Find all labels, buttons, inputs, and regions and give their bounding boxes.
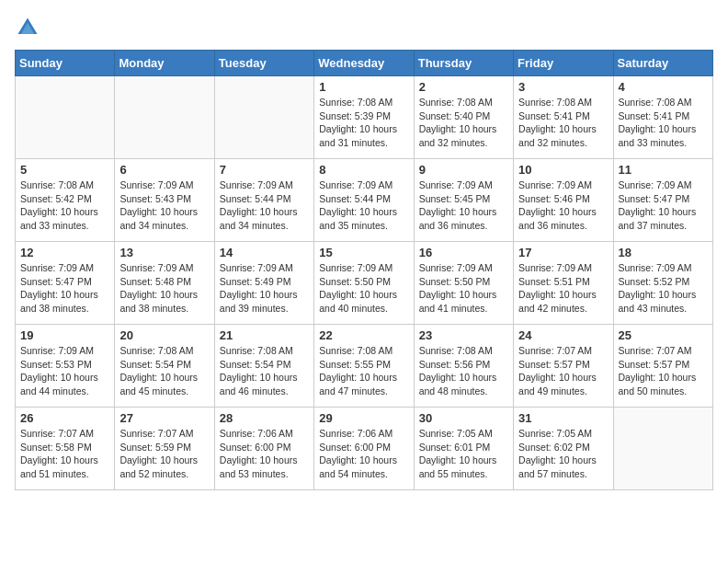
day-number: 26 bbox=[20, 411, 109, 425]
day-info: Sunrise: 7:09 AMSunset: 5:50 PMDaylight:… bbox=[319, 261, 408, 316]
calendar-cell: 13Sunrise: 7:09 AMSunset: 5:48 PMDayligh… bbox=[115, 242, 214, 325]
calendar-cell: 16Sunrise: 7:09 AMSunset: 5:50 PMDayligh… bbox=[414, 242, 513, 325]
calendar-cell: 8Sunrise: 7:09 AMSunset: 5:44 PMDaylight… bbox=[314, 159, 414, 242]
calendar-header-sunday: Sunday bbox=[16, 51, 115, 76]
calendar-cell: 14Sunrise: 7:09 AMSunset: 5:49 PMDayligh… bbox=[214, 242, 313, 325]
day-info: Sunrise: 7:09 AMSunset: 5:45 PMDaylight:… bbox=[419, 178, 508, 233]
calendar-header-row: SundayMondayTuesdayWednesdayThursdayFrid… bbox=[16, 51, 713, 76]
day-number: 30 bbox=[419, 411, 508, 425]
day-info: Sunrise: 7:09 AMSunset: 5:50 PMDaylight:… bbox=[419, 261, 508, 316]
day-info: Sunrise: 7:09 AMSunset: 5:46 PMDaylight:… bbox=[518, 178, 608, 233]
day-number: 15 bbox=[319, 246, 408, 259]
day-number: 6 bbox=[119, 163, 209, 177]
calendar-cell bbox=[613, 408, 712, 490]
day-info: Sunrise: 7:09 AMSunset: 5:43 PMDaylight:… bbox=[119, 178, 209, 233]
calendar-cell bbox=[16, 76, 115, 159]
calendar-cell: 21Sunrise: 7:08 AMSunset: 5:54 PMDayligh… bbox=[214, 325, 313, 408]
day-number: 5 bbox=[20, 163, 109, 177]
calendar-cell bbox=[214, 76, 313, 159]
day-info: Sunrise: 7:09 AMSunset: 5:47 PMDaylight:… bbox=[20, 261, 109, 316]
day-info: Sunrise: 7:07 AMSunset: 5:57 PMDaylight:… bbox=[518, 344, 608, 398]
day-number: 1 bbox=[319, 80, 408, 94]
day-number: 27 bbox=[119, 411, 209, 425]
day-info: Sunrise: 7:08 AMSunset: 5:56 PMDaylight:… bbox=[419, 344, 508, 398]
calendar-cell bbox=[115, 76, 214, 159]
day-info: Sunrise: 7:06 AMSunset: 6:00 PMDaylight:… bbox=[319, 427, 408, 481]
calendar-header-saturday: Saturday bbox=[613, 51, 712, 76]
day-info: Sunrise: 7:05 AMSunset: 6:02 PMDaylight:… bbox=[518, 427, 608, 481]
calendar-cell: 27Sunrise: 7:07 AMSunset: 5:59 PMDayligh… bbox=[115, 408, 214, 490]
calendar-cell: 20Sunrise: 7:08 AMSunset: 5:54 PMDayligh… bbox=[115, 325, 214, 408]
calendar-cell: 25Sunrise: 7:07 AMSunset: 5:57 PMDayligh… bbox=[613, 325, 712, 408]
calendar-cell: 26Sunrise: 7:07 AMSunset: 5:58 PMDayligh… bbox=[16, 408, 115, 490]
day-number: 12 bbox=[20, 246, 109, 259]
day-info: Sunrise: 7:07 AMSunset: 5:57 PMDaylight:… bbox=[619, 344, 708, 398]
calendar-cell: 2Sunrise: 7:08 AMSunset: 5:40 PMDaylight… bbox=[414, 76, 513, 159]
calendar-cell: 9Sunrise: 7:09 AMSunset: 5:45 PMDaylight… bbox=[414, 159, 513, 242]
day-number: 3 bbox=[518, 80, 608, 94]
day-number: 31 bbox=[518, 411, 608, 425]
day-info: Sunrise: 7:09 AMSunset: 5:51 PMDaylight:… bbox=[518, 261, 608, 316]
calendar-cell: 1Sunrise: 7:08 AMSunset: 5:39 PMDaylight… bbox=[314, 76, 414, 159]
day-info: Sunrise: 7:09 AMSunset: 5:44 PMDaylight:… bbox=[220, 178, 309, 233]
calendar-cell: 11Sunrise: 7:09 AMSunset: 5:47 PMDayligh… bbox=[613, 159, 712, 242]
calendar-cell: 31Sunrise: 7:05 AMSunset: 6:02 PMDayligh… bbox=[514, 408, 613, 490]
day-number: 7 bbox=[220, 163, 309, 177]
day-number: 28 bbox=[220, 411, 309, 425]
day-number: 21 bbox=[220, 328, 309, 342]
day-number: 10 bbox=[518, 163, 608, 177]
calendar-cell: 3Sunrise: 7:08 AMSunset: 5:41 PMDaylight… bbox=[514, 76, 613, 159]
calendar-header-thursday: Thursday bbox=[414, 51, 513, 76]
calendar-week-4: 19Sunrise: 7:09 AMSunset: 5:53 PMDayligh… bbox=[16, 325, 713, 408]
day-info: Sunrise: 7:07 AMSunset: 5:58 PMDaylight:… bbox=[20, 427, 109, 481]
calendar-header-tuesday: Tuesday bbox=[214, 51, 313, 76]
day-number: 14 bbox=[220, 246, 309, 259]
day-number: 23 bbox=[419, 328, 508, 342]
day-info: Sunrise: 7:08 AMSunset: 5:42 PMDaylight:… bbox=[20, 178, 109, 233]
day-number: 2 bbox=[419, 80, 508, 94]
calendar-week-1: 1Sunrise: 7:08 AMSunset: 5:39 PMDaylight… bbox=[16, 76, 713, 159]
calendar-cell: 22Sunrise: 7:08 AMSunset: 5:55 PMDayligh… bbox=[314, 325, 414, 408]
day-info: Sunrise: 7:09 AMSunset: 5:53 PMDaylight:… bbox=[20, 344, 109, 398]
calendar-week-5: 26Sunrise: 7:07 AMSunset: 5:58 PMDayligh… bbox=[16, 408, 713, 490]
day-info: Sunrise: 7:08 AMSunset: 5:39 PMDaylight:… bbox=[319, 96, 408, 150]
day-info: Sunrise: 7:08 AMSunset: 5:41 PMDaylight:… bbox=[619, 96, 708, 150]
day-info: Sunrise: 7:09 AMSunset: 5:49 PMDaylight:… bbox=[220, 261, 309, 316]
logo bbox=[15, 15, 44, 40]
day-info: Sunrise: 7:09 AMSunset: 5:48 PMDaylight:… bbox=[119, 261, 209, 316]
day-number: 4 bbox=[619, 80, 708, 94]
calendar-cell: 5Sunrise: 7:08 AMSunset: 5:42 PMDaylight… bbox=[16, 159, 115, 242]
calendar-cell: 24Sunrise: 7:07 AMSunset: 5:57 PMDayligh… bbox=[514, 325, 613, 408]
day-number: 8 bbox=[319, 163, 408, 177]
calendar-cell: 28Sunrise: 7:06 AMSunset: 6:00 PMDayligh… bbox=[214, 408, 313, 490]
day-info: Sunrise: 7:07 AMSunset: 5:59 PMDaylight:… bbox=[119, 427, 209, 481]
calendar-cell: 7Sunrise: 7:09 AMSunset: 5:44 PMDaylight… bbox=[214, 159, 313, 242]
day-info: Sunrise: 7:09 AMSunset: 5:47 PMDaylight:… bbox=[619, 178, 708, 233]
calendar-cell: 10Sunrise: 7:09 AMSunset: 5:46 PMDayligh… bbox=[514, 159, 613, 242]
calendar-cell: 12Sunrise: 7:09 AMSunset: 5:47 PMDayligh… bbox=[16, 242, 115, 325]
calendar-cell: 15Sunrise: 7:09 AMSunset: 5:50 PMDayligh… bbox=[314, 242, 414, 325]
calendar-cell: 19Sunrise: 7:09 AMSunset: 5:53 PMDayligh… bbox=[16, 325, 115, 408]
calendar-cell: 18Sunrise: 7:09 AMSunset: 5:52 PMDayligh… bbox=[613, 242, 712, 325]
calendar-header-friday: Friday bbox=[514, 51, 613, 76]
day-info: Sunrise: 7:06 AMSunset: 6:00 PMDaylight:… bbox=[220, 427, 309, 481]
day-number: 19 bbox=[20, 328, 109, 342]
day-number: 9 bbox=[419, 163, 508, 177]
calendar-header-monday: Monday bbox=[115, 51, 214, 76]
day-info: Sunrise: 7:08 AMSunset: 5:55 PMDaylight:… bbox=[319, 344, 408, 398]
day-info: Sunrise: 7:09 AMSunset: 5:52 PMDaylight:… bbox=[619, 261, 708, 316]
calendar-cell: 4Sunrise: 7:08 AMSunset: 5:41 PMDaylight… bbox=[613, 76, 712, 159]
logo-icon bbox=[15, 15, 40, 40]
day-info: Sunrise: 7:08 AMSunset: 5:54 PMDaylight:… bbox=[220, 344, 309, 398]
day-number: 24 bbox=[518, 328, 608, 342]
day-number: 17 bbox=[518, 246, 608, 259]
day-number: 20 bbox=[119, 328, 209, 342]
day-info: Sunrise: 7:09 AMSunset: 5:44 PMDaylight:… bbox=[319, 178, 408, 233]
calendar-cell: 6Sunrise: 7:09 AMSunset: 5:43 PMDaylight… bbox=[115, 159, 214, 242]
day-number: 29 bbox=[319, 411, 408, 425]
day-info: Sunrise: 7:08 AMSunset: 5:40 PMDaylight:… bbox=[419, 96, 508, 150]
calendar-header-wednesday: Wednesday bbox=[314, 51, 414, 76]
day-number: 16 bbox=[419, 246, 508, 259]
day-info: Sunrise: 7:08 AMSunset: 5:41 PMDaylight:… bbox=[518, 96, 608, 150]
day-number: 18 bbox=[619, 246, 708, 259]
